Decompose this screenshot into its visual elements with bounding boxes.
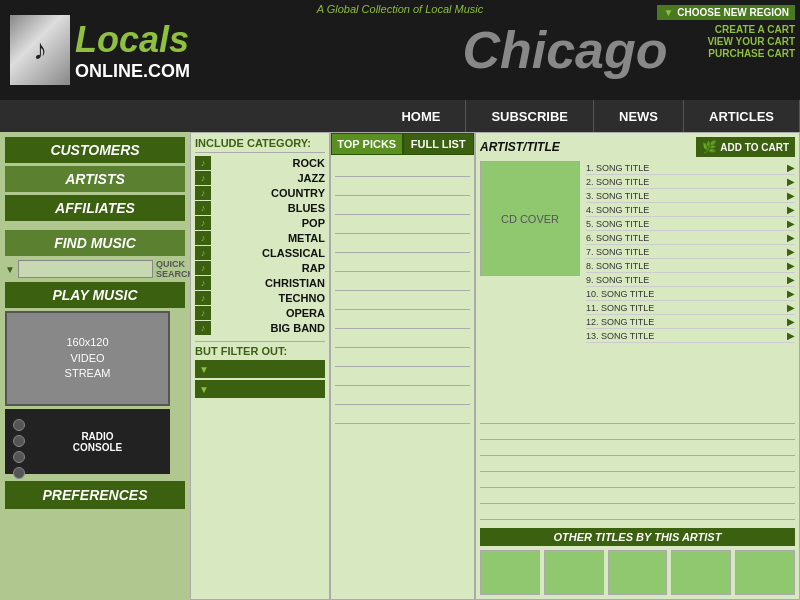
song-add-7[interactable]: ▶	[787, 246, 795, 257]
purchase-cart-link[interactable]: PURCHASE CART	[708, 48, 795, 59]
cat-christian[interactable]: CHRISTIAN	[195, 276, 325, 290]
sidebar-preferences[interactable]: PREFERENCES	[5, 481, 185, 509]
sidebar-find-music[interactable]: FIND MUSIC	[5, 230, 185, 256]
tab-top-picks[interactable]: TOP PICKS	[331, 133, 403, 155]
radio-console-box: RADIOCONSOLE	[5, 409, 170, 474]
pick-row[interactable]	[335, 330, 470, 348]
sidebar-customers[interactable]: CUSTOMERS	[5, 137, 185, 163]
song-item[interactable]: 10. SONG TITLE▶	[586, 287, 795, 301]
cat-pop-icon	[195, 216, 211, 230]
pick-row[interactable]	[335, 349, 470, 367]
song-add-11[interactable]: ▶	[787, 302, 795, 313]
cat-jazz[interactable]: JAZZ	[195, 171, 325, 185]
sidebar-play-music[interactable]: PLAY MUSIC	[5, 282, 185, 308]
pick-row[interactable]	[335, 273, 470, 291]
song-add-5[interactable]: ▶	[787, 218, 795, 229]
quick-search-row: ▼ QUICK SEARCH	[5, 259, 185, 279]
cat-classical[interactable]: CLASSICAL	[195, 246, 325, 260]
header: A Global Collection of Local Music Local…	[0, 0, 800, 100]
quick-search-input[interactable]	[18, 260, 153, 278]
radio-dot-2	[13, 435, 25, 447]
song-add-4[interactable]: ▶	[787, 204, 795, 215]
picks-list	[331, 155, 474, 599]
other-thumb-5[interactable]	[735, 550, 795, 595]
cat-techno-label: TECHNO	[214, 292, 325, 304]
view-cart-link[interactable]: VIEW YOUR CART	[707, 36, 795, 47]
filter-dropdown-1[interactable]	[195, 360, 325, 378]
cat-rap-label: RAP	[214, 262, 325, 274]
radio-dots	[13, 419, 25, 479]
tab-full-list[interactable]: FULL LIST	[403, 133, 475, 155]
logo-area: Locals ONLINE.COM	[0, 15, 330, 85]
song-item[interactable]: 6. SONG TITLE▶	[586, 231, 795, 245]
pick-row[interactable]	[335, 368, 470, 386]
song-item[interactable]: 4. SONG TITLE▶	[586, 203, 795, 217]
pick-row[interactable]	[335, 292, 470, 310]
pick-row[interactable]	[335, 235, 470, 253]
song-item[interactable]: 12. SONG TITLE▶	[586, 315, 795, 329]
radio-label: RADIOCONSOLE	[73, 431, 122, 453]
pick-row[interactable]	[335, 254, 470, 272]
song-item[interactable]: 5. SONG TITLE▶	[586, 217, 795, 231]
nav-articles[interactable]: ARTICLES	[684, 100, 800, 132]
pick-row[interactable]	[335, 387, 470, 405]
pick-row[interactable]	[335, 216, 470, 234]
cat-opera[interactable]: OPERA	[195, 306, 325, 320]
cat-rap[interactable]: RAP	[195, 261, 325, 275]
song-add-8[interactable]: ▶	[787, 260, 795, 271]
cat-bigband[interactable]: BIG BAND	[195, 321, 325, 335]
song-item[interactable]: 1. SONG TITLE▶	[586, 161, 795, 175]
song-add-13[interactable]: ▶	[787, 330, 795, 341]
other-thumb-4[interactable]	[671, 550, 731, 595]
choose-region-button[interactable]: CHOOSE NEW REGION	[657, 5, 795, 20]
song-add-9[interactable]: ▶	[787, 274, 795, 285]
other-row	[480, 458, 795, 472]
include-category-label: INCLUDE CATEGORY:	[195, 137, 325, 153]
song-item[interactable]: 7. SONG TITLE▶	[586, 245, 795, 259]
song-item[interactable]: 3. SONG TITLE▶	[586, 189, 795, 203]
other-row	[480, 410, 795, 424]
nav-home[interactable]: HOME	[376, 100, 466, 132]
song-add-2[interactable]: ▶	[787, 176, 795, 187]
sidebar-affiliates[interactable]: AFFILIATES	[5, 195, 185, 221]
other-thumb-3[interactable]	[608, 550, 668, 595]
filter-dropdown-2[interactable]	[195, 380, 325, 398]
cat-country[interactable]: COUNTRY	[195, 186, 325, 200]
other-thumb-2[interactable]	[544, 550, 604, 595]
pick-row[interactable]	[335, 197, 470, 215]
pick-row[interactable]	[335, 159, 470, 177]
cat-blues[interactable]: BLUES	[195, 201, 325, 215]
header-links: CREATE A CART VIEW YOUR CART PURCHASE CA…	[657, 24, 795, 59]
pick-row[interactable]	[335, 311, 470, 329]
main-content: CUSTOMERS ARTISTS AFFILIATES FIND MUSIC …	[0, 132, 800, 600]
cat-techno[interactable]: TECHNO	[195, 291, 325, 305]
song-add-3[interactable]: ▶	[787, 190, 795, 201]
sidebar-artists[interactable]: ARTISTS	[5, 166, 185, 192]
header-right: CHOOSE NEW REGION CREATE A CART VIEW YOU…	[657, 5, 795, 59]
add-to-cart-button[interactable]: 🌿 ADD TO CART	[696, 137, 795, 157]
song-add-1[interactable]: ▶	[787, 162, 795, 173]
song-item[interactable]: 13. SONG TITLE▶	[586, 329, 795, 343]
pick-row[interactable]	[335, 406, 470, 424]
song-item[interactable]: 2. SONG TITLE▶	[586, 175, 795, 189]
cat-metal[interactable]: METAL	[195, 231, 325, 245]
cat-rock-label: ROCK	[214, 157, 325, 169]
song-item[interactable]: 8. SONG TITLE▶	[586, 259, 795, 273]
song-title-6: 6. SONG TITLE	[586, 233, 649, 243]
cat-opera-label: OPERA	[214, 307, 325, 319]
song-add-10[interactable]: ▶	[787, 288, 795, 299]
song-add-6[interactable]: ▶	[787, 232, 795, 243]
cat-pop[interactable]: POP	[195, 216, 325, 230]
nav-news[interactable]: NEWS	[594, 100, 684, 132]
other-row	[480, 442, 795, 456]
song-title-7: 7. SONG TITLE	[586, 247, 649, 257]
other-thumb-1[interactable]	[480, 550, 540, 595]
song-item[interactable]: 9. SONG TITLE▶	[586, 273, 795, 287]
cat-rock-icon	[195, 156, 211, 170]
create-cart-link[interactable]: CREATE A CART	[715, 24, 795, 35]
song-add-12[interactable]: ▶	[787, 316, 795, 327]
pick-row[interactable]	[335, 178, 470, 196]
nav-subscribe[interactable]: SUBSCRIBE	[466, 100, 594, 132]
cat-rock[interactable]: ROCK	[195, 156, 325, 170]
song-item[interactable]: 11. SONG TITLE▶	[586, 301, 795, 315]
